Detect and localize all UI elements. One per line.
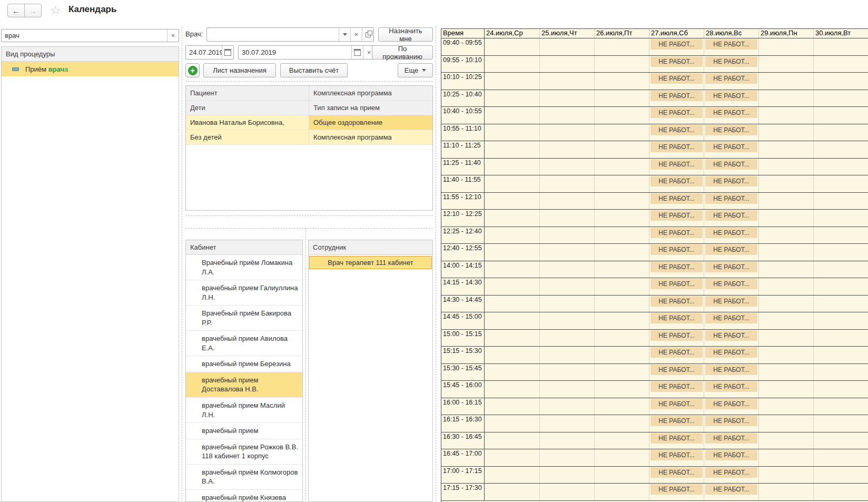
calendar-cell[interactable] bbox=[485, 107, 539, 124]
calendar-cell[interactable] bbox=[485, 415, 539, 432]
calendar-cell[interactable] bbox=[758, 364, 813, 381]
date-from-input[interactable]: 24.07.2019 bbox=[186, 48, 222, 56]
calendar-cell[interactable]: НЕ РАБОТ... bbox=[649, 484, 704, 500]
patient-cell[interactable]: Иванова Наталья Борисовна, bbox=[186, 115, 309, 130]
calendar-cell[interactable] bbox=[539, 73, 594, 90]
calendar-cell[interactable]: НЕ РАБОТ... bbox=[704, 415, 758, 432]
closed-slot-block[interactable]: НЕ РАБОТ... bbox=[705, 125, 757, 135]
calendar-cell[interactable] bbox=[758, 432, 813, 449]
calendar-cell[interactable]: НЕ РАБОТ... bbox=[649, 193, 704, 210]
calendar-cell[interactable]: НЕ РАБОТ... bbox=[649, 227, 704, 244]
calendar-cell[interactable] bbox=[485, 159, 539, 175]
closed-slot-block[interactable]: НЕ РАБОТ... bbox=[650, 39, 703, 50]
calendar-cell[interactable]: НЕ РАБОТ... bbox=[704, 330, 758, 347]
calendar-cell[interactable] bbox=[758, 467, 813, 484]
closed-slot-block[interactable]: НЕ РАБОТ... bbox=[650, 330, 703, 341]
calendar-cell[interactable] bbox=[485, 175, 539, 192]
calendar-cell[interactable] bbox=[485, 90, 539, 107]
calendar-cell[interactable]: НЕ РАБОТ... bbox=[704, 278, 758, 295]
calendar-cell[interactable]: НЕ РАБОТ... bbox=[649, 364, 704, 381]
calendar-cell[interactable] bbox=[758, 278, 813, 295]
cabinet-list-item[interactable]: врачебный прием Березина bbox=[186, 356, 302, 372]
date-from-picker-button[interactable] bbox=[222, 46, 233, 59]
calendar-cell[interactable] bbox=[594, 432, 649, 449]
calendar-cell[interactable] bbox=[539, 159, 594, 175]
date-to-picker-button[interactable] bbox=[351, 46, 363, 59]
calendar-cell[interactable] bbox=[539, 38, 594, 55]
closed-slot-block[interactable]: НЕ РАБОТ... bbox=[650, 279, 703, 289]
calendar-cell[interactable]: НЕ РАБОТ... bbox=[649, 159, 704, 175]
calendar-cell[interactable] bbox=[758, 244, 813, 261]
calendar-cell[interactable]: НЕ РАБОТ... bbox=[649, 347, 704, 363]
calendar-cell[interactable] bbox=[539, 347, 594, 363]
calendar-cell[interactable] bbox=[813, 312, 868, 329]
closed-slot-block[interactable]: НЕ РАБОТ... bbox=[705, 228, 757, 238]
calendar-cell[interactable] bbox=[813, 227, 868, 244]
calendar-cell[interactable] bbox=[539, 296, 594, 312]
calendar-cell[interactable] bbox=[758, 296, 813, 312]
calendar-cell[interactable] bbox=[539, 261, 594, 278]
calendar-cell[interactable] bbox=[539, 175, 594, 192]
calendar-cell[interactable] bbox=[813, 141, 868, 158]
calendar-cell[interactable] bbox=[539, 56, 594, 73]
closed-slot-block[interactable]: НЕ РАБОТ... bbox=[705, 467, 757, 478]
calendar-cell[interactable] bbox=[594, 312, 649, 329]
closed-slot-block[interactable]: НЕ РАБОТ... bbox=[650, 381, 703, 392]
calendar-cell[interactable] bbox=[813, 330, 868, 347]
calendar-cell[interactable]: НЕ РАБОТ... bbox=[704, 193, 758, 210]
calendar-cell[interactable] bbox=[539, 364, 594, 381]
calendar-cell[interactable] bbox=[813, 347, 868, 363]
calendar-cell[interactable] bbox=[485, 312, 539, 329]
cabinet-list-item[interactable]: Врачебный приём Бакирова Р.Р. bbox=[186, 306, 302, 331]
calendar-cell[interactable]: НЕ РАБОТ... bbox=[704, 244, 758, 261]
calendar-cell[interactable] bbox=[485, 244, 539, 261]
calendar-cell[interactable] bbox=[813, 296, 868, 312]
closed-slot-block[interactable]: НЕ РАБОТ... bbox=[705, 450, 757, 460]
closed-slot-block[interactable]: НЕ РАБОТ... bbox=[705, 159, 757, 170]
calendar-cell[interactable] bbox=[594, 90, 649, 107]
calendar-cell[interactable] bbox=[813, 90, 868, 107]
closed-slot-block[interactable]: НЕ РАБОТ... bbox=[705, 416, 757, 426]
calendar-cell[interactable] bbox=[758, 124, 813, 141]
closed-slot-block[interactable]: НЕ РАБОТ... bbox=[705, 176, 757, 186]
closed-slot-block[interactable]: НЕ РАБОТ... bbox=[705, 484, 757, 495]
calendar-cell[interactable]: НЕ РАБОТ... bbox=[704, 90, 758, 107]
calendar-cell[interactable] bbox=[758, 484, 813, 500]
calendar-cell[interactable]: НЕ РАБОТ... bbox=[649, 312, 704, 329]
search-clear-button[interactable]: × bbox=[167, 29, 179, 42]
program-cell[interactable]: Комплексная программа bbox=[309, 130, 432, 144]
calendar-cell[interactable] bbox=[539, 330, 594, 347]
calendar-cell[interactable]: НЕ РАБОТ... bbox=[704, 296, 758, 312]
calendar-cell[interactable] bbox=[594, 141, 649, 158]
calendar-cell[interactable] bbox=[758, 330, 813, 347]
calendar-cell[interactable] bbox=[539, 484, 594, 500]
calendar-cell[interactable] bbox=[594, 124, 649, 141]
calendar-cell[interactable] bbox=[539, 227, 594, 244]
calendar-cell[interactable] bbox=[813, 124, 868, 141]
splitter-left[interactable] bbox=[182, 26, 182, 502]
closed-slot-block[interactable]: НЕ РАБОТ... bbox=[705, 279, 757, 289]
calendar-cell[interactable] bbox=[485, 38, 539, 55]
cabinet-list-item[interactable]: врачебный прием Маслий Л.Н. bbox=[186, 398, 302, 423]
calendar-cell[interactable] bbox=[539, 244, 594, 261]
calendar-cell[interactable]: НЕ РАБОТ... bbox=[704, 56, 758, 73]
calendar-cell[interactable]: НЕ РАБОТ... bbox=[704, 381, 758, 398]
calendar-cell[interactable] bbox=[813, 38, 868, 55]
cabinet-list-item[interactable]: врачебный прием bbox=[186, 423, 302, 439]
closed-slot-block[interactable]: НЕ РАБОТ... bbox=[705, 399, 757, 409]
calendar-cell[interactable] bbox=[539, 193, 594, 210]
table-row[interactable]: Иванова Наталья Борисовна,Общее оздоровл… bbox=[186, 115, 432, 130]
calendar-cell[interactable] bbox=[594, 449, 649, 466]
splitter-above-table[interactable] bbox=[185, 81, 433, 82]
calendar-cell[interactable] bbox=[594, 193, 649, 210]
calendar-cell[interactable] bbox=[758, 38, 813, 55]
calendar-cell[interactable] bbox=[758, 449, 813, 466]
calendar-cell[interactable] bbox=[594, 364, 649, 381]
calendar-cell[interactable]: НЕ РАБОТ... bbox=[704, 73, 758, 90]
closed-slot-block[interactable]: НЕ РАБОТ... bbox=[705, 56, 757, 67]
splitter-middle[interactable] bbox=[436, 26, 436, 502]
closed-slot-block[interactable]: НЕ РАБОТ... bbox=[705, 296, 757, 307]
calendar-cell[interactable] bbox=[758, 261, 813, 278]
search-input[interactable]: врач bbox=[2, 32, 167, 40]
closed-slot-block[interactable]: НЕ РАБОТ... bbox=[650, 244, 703, 255]
